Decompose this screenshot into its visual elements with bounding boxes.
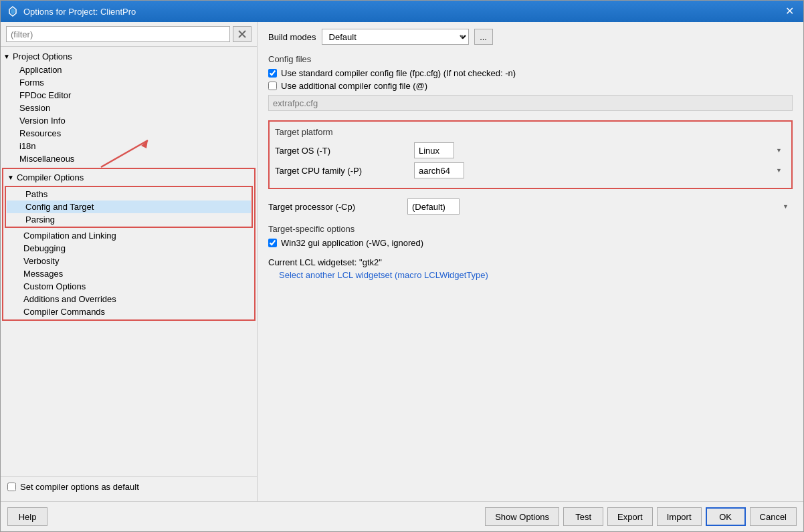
build-modes-more-button[interactable]: ... <box>474 29 493 45</box>
dialog: Options for Project: ClientPro ✕ <box>0 0 804 532</box>
titlebar-left: Options for Project: ClientPro <box>7 6 136 17</box>
compiler-options-label: Compiler Options <box>17 172 84 182</box>
filter-clear-button[interactable] <box>233 26 252 42</box>
use-additional-config-label: Use additional compiler config file (@) <box>281 81 427 91</box>
win32-gui-checkbox[interactable] <box>268 239 277 247</box>
cancel-button[interactable]: Cancel <box>750 507 797 526</box>
right-panel: Build modes Default ... Config files Use… <box>258 22 803 501</box>
lcl-current-text: Current LCL widgetset: "gtk2" <box>268 257 793 267</box>
sidebar-item-paths[interactable]: Paths <box>7 188 251 201</box>
lcl-select-link[interactable]: Select another LCL widgetset (macro LCLW… <box>268 270 488 280</box>
build-modes-label: Build modes <box>268 32 316 42</box>
target-os-row: Target OS (-T) Linux <box>275 142 786 158</box>
sidebar-item-session[interactable]: Session <box>1 102 257 114</box>
bottom-bar: Help Show Options Test Export Import OK … <box>1 501 803 531</box>
tree-parent-compiler-options[interactable]: ▼ Compiler Options <box>5 170 253 184</box>
win32-gui-label: Win32 gui application (-WG, ignored) <box>281 238 423 248</box>
target-os-select[interactable]: Linux <box>414 142 454 158</box>
sidebar-item-compilation[interactable]: Compilation and Linking <box>5 229 253 242</box>
help-button[interactable]: Help <box>7 507 47 526</box>
build-modes-row: Build modes Default ... <box>268 29 793 45</box>
target-processor-select[interactable]: (Default) <box>407 198 460 215</box>
target-platform-section: Target platform Target OS (-T) Linux Tar… <box>268 120 793 189</box>
sidebar-item-verbosity[interactable]: Verbosity <box>5 255 253 267</box>
sidebar-item-application[interactable]: Application <box>1 63 257 76</box>
check-row-1: Use standard compiler config file (fpc.c… <box>268 68 793 78</box>
set-default-checkbox[interactable] <box>7 483 16 491</box>
filter-row <box>1 22 257 47</box>
sidebar-item-forms[interactable]: Forms <box>1 76 257 89</box>
sidebar-item-compiler-commands[interactable]: Compiler Commands <box>5 305 253 318</box>
import-button[interactable]: Import <box>657 507 702 526</box>
target-specific-section: Target-specific options Win32 gui applic… <box>268 224 793 248</box>
arrow-icon: ▼ <box>3 53 10 60</box>
use-additional-config-checkbox[interactable] <box>268 82 277 90</box>
sidebar-item-fpdoc[interactable]: FPDoc Editor <box>1 89 257 102</box>
action-buttons: Show Options Test Export Import OK Cance… <box>485 507 797 526</box>
sidebar-item-debugging[interactable]: Debugging <box>5 242 253 255</box>
lcl-section: Current LCL widgetset: "gtk2" Select ano… <box>268 257 793 280</box>
show-options-button[interactable]: Show Options <box>485 507 559 526</box>
main-row: ▼ Project Options Application Forms FPDo… <box>1 22 803 501</box>
target-specific-label: Target-specific options <box>268 224 793 234</box>
sidebar-item-messages[interactable]: Messages <box>5 267 253 280</box>
dialog-title: Options for Project: ClientPro <box>23 7 136 17</box>
target-processor-label: Target processor (-Cp) <box>268 202 402 212</box>
project-options-label: Project Options <box>13 51 72 61</box>
use-standard-config-checkbox[interactable] <box>268 69 277 78</box>
target-cpu-select[interactable]: aarch64 <box>414 162 464 178</box>
config-files-section: Config files Use standard compiler confi… <box>268 54 793 111</box>
sidebar-item-resources[interactable]: Resources <box>1 127 257 140</box>
arrow-icon-compiler: ▼ <box>7 174 14 181</box>
target-cpu-row: Target CPU family (-P) aarch64 <box>275 162 786 178</box>
sidebar-item-miscellaneous[interactable]: Miscellaneous <box>1 152 257 165</box>
content-area: ▼ Project Options Application Forms FPDo… <box>1 22 803 531</box>
target-processor-row: Target processor (-Cp) (Default) <box>268 198 793 215</box>
config-files-label: Config files <box>268 54 793 64</box>
sidebar-item-version-info[interactable]: Version Info <box>1 114 257 127</box>
config-target-section: Paths Config and Target Parsing <box>5 186 253 228</box>
left-panel: ▼ Project Options Application Forms FPDo… <box>1 22 258 501</box>
use-standard-config-label: Use standard compiler config file (fpc.c… <box>281 68 516 78</box>
target-platform-title: Target platform <box>275 127 786 137</box>
test-button[interactable]: Test <box>563 507 603 526</box>
compiler-options-section: ▼ Compiler Options Paths Config and Targ… <box>2 168 256 321</box>
extrafpc-input[interactable] <box>268 95 793 111</box>
app-icon <box>7 6 18 17</box>
export-button[interactable]: Export <box>607 507 653 526</box>
check-row-2: Use additional compiler config file (@) <box>268 81 793 91</box>
svg-marker-1 <box>11 8 15 15</box>
target-cpu-label: Target CPU family (-P) <box>275 166 409 176</box>
sidebar-item-i18n[interactable]: i18n <box>1 140 257 152</box>
sidebar-item-custom-options[interactable]: Custom Options <box>5 280 253 293</box>
ok-button[interactable]: OK <box>706 507 746 526</box>
win32-check-row: Win32 gui application (-WG, ignored) <box>268 238 793 248</box>
tree-parent-project-options[interactable]: ▼ Project Options <box>1 49 257 63</box>
target-os-label: Target OS (-T) <box>275 146 409 156</box>
filter-input[interactable] <box>6 26 230 42</box>
set-default-label: Set compiler options as default <box>20 482 139 492</box>
build-modes-select[interactable]: Default <box>322 29 469 45</box>
clear-icon <box>237 29 247 39</box>
project-options-children: Application Forms FPDoc Editor Session V <box>1 63 257 165</box>
titlebar: Options for Project: ClientPro ✕ <box>1 1 803 22</box>
close-button[interactable]: ✕ <box>783 6 797 17</box>
tree-area: ▼ Project Options Application Forms FPDo… <box>1 47 257 476</box>
sidebar-item-parsing[interactable]: Parsing <box>7 213 251 226</box>
sidebar-item-config-target[interactable]: Config and Target <box>7 201 251 213</box>
sidebar-item-additions[interactable]: Additions and Overrides <box>5 293 253 305</box>
default-checkbox-row: Set compiler options as default <box>1 476 257 497</box>
